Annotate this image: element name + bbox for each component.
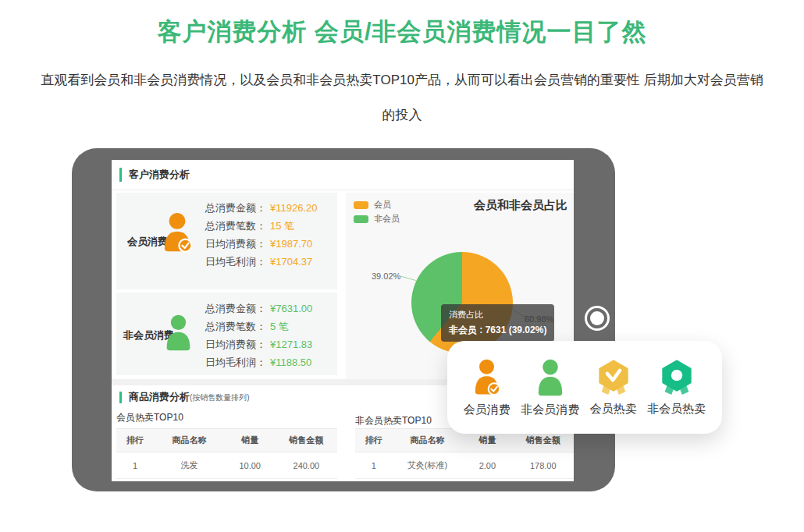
tooltip-value: 非会员 : 7631 (39.02%) [449, 324, 546, 337]
table-row: 1 洗发 10.00 240.00 [116, 452, 337, 479]
cell-product: 艾灸(标准) [393, 459, 463, 471]
page-title: 客户消费分析 会员/非会员消费情况一目了然 [0, 16, 804, 48]
stat-value: ¥1987.70 [270, 238, 312, 250]
stat-label: 日均消费额： [205, 339, 266, 350]
feature-item-member-hot[interactable]: 会员热卖 [590, 359, 637, 417]
nonmember-top10-title: 非会员热卖TOP10 [355, 414, 432, 427]
feature-label: 非会员热卖 [647, 402, 706, 417]
member-top10-title: 会员热卖TOP10 [116, 411, 183, 424]
stat-value: ¥11926.20 [270, 202, 318, 214]
feature-item-nonmember-consumption[interactable]: 非会员消费 [521, 358, 579, 417]
stat-value: ¥1188.50 [270, 356, 311, 368]
tablet-mockup: 客户消费分析 会员消费 总消费金额：¥11926.20 总消费笔数：15 笔 日… [72, 148, 615, 491]
stat-label: 总消费笔数： [205, 220, 266, 232]
home-button[interactable] [585, 306, 610, 331]
nonmember-consumption-panel: 非会员消费 总消费金额：¥7631.00 总消费笔数：5 笔 日均消费额：¥12… [116, 293, 337, 375]
stat-label: 总消费金额： [205, 202, 266, 214]
stat-label: 总消费金额： [205, 303, 266, 314]
stat-row: 总消费笔数：5 笔 [205, 317, 312, 335]
stat-row: 总消费笔数：15 笔 [205, 217, 318, 235]
dashboard-header: 客户消费分析 [112, 160, 574, 190]
cell-qty: 2.00 [462, 461, 512, 470]
nonmember-person-icon [165, 314, 192, 352]
product-section-title: 商品消费分析(按销售数量排列) [129, 385, 250, 410]
col-header: 销售金额 [276, 434, 337, 446]
col-header: 商品名称 [393, 434, 463, 446]
stat-row: 日均毛利润：¥1188.50 [205, 353, 312, 371]
accent-bar [119, 392, 122, 403]
stat-value: ¥7631.00 [270, 303, 312, 314]
dashboard-title: 客户消费分析 [129, 160, 190, 190]
chart-tooltip: 消费占比 非会员 : 7631 (39.02%) [441, 304, 554, 342]
cell-amount: 178.00 [513, 461, 574, 470]
nonmember-top10-table: 排行 商品名称 销量 销售金额 1 艾灸(标准) 2.00 178.00 [355, 428, 574, 479]
product-section-note: (按销售数量排列) [190, 393, 250, 402]
cell-rank: 1 [116, 461, 154, 470]
accent-bar [119, 168, 122, 182]
stat-value: ¥1704.37 [270, 256, 312, 268]
stat-value: ¥1271.83 [270, 339, 312, 350]
col-header: 排行 [116, 434, 154, 446]
pie-percent-label-nonmember: 39.02% [372, 271, 400, 281]
col-header: 销售金额 [513, 434, 574, 446]
stat-label: 总消费笔数： [205, 321, 266, 332]
member-consumption-panel: 会员消费 总消费金额：¥11926.20 总消费笔数：15 笔 日均消费额：¥1… [116, 193, 337, 289]
feature-card: 会员消费 非会员消费 会员热卖 非会员热卖 [447, 341, 722, 434]
feature-label: 会员消费 [464, 403, 511, 417]
stat-label: 日均毛利润： [205, 356, 266, 368]
cell-rank: 1 [355, 461, 393, 470]
table-row: 1 艾灸(标准) 2.00 178.00 [355, 452, 574, 479]
tooltip-series-name: 消费占比 [449, 309, 546, 321]
cell-amount: 240.00 [276, 461, 337, 470]
member-person-icon [162, 211, 192, 254]
stat-row: 日均毛利润：¥1704.37 [205, 253, 318, 271]
col-header: 商品名称 [154, 434, 225, 446]
member-stats: 总消费金额：¥11926.20 总消费笔数：15 笔 日均消费额：¥1987.7… [205, 199, 318, 271]
nonmember-hot-icon [659, 359, 695, 396]
cell-qty: 10.00 [225, 461, 276, 470]
feature-item-member-consumption[interactable]: 会员消费 [464, 358, 511, 417]
feature-item-nonmember-hot[interactable]: 非会员热卖 [647, 359, 706, 417]
stat-label: 日均毛利润： [205, 256, 266, 268]
stat-row: 日均消费额：¥1271.83 [205, 335, 312, 353]
table-header-row: 排行 商品名称 销量 销售金额 [116, 428, 337, 452]
page-subtitle: 直观看到会员和非会员消费情况，以及会员和非会员热卖TOP10产品，从而可以看出会… [39, 62, 765, 133]
stat-row: 日均消费额：¥1987.70 [205, 235, 318, 253]
member-hot-icon [596, 359, 631, 396]
col-header: 排行 [355, 434, 393, 446]
stat-value: 5 笔 [270, 321, 289, 332]
member-consume-icon [472, 358, 501, 397]
stat-label: 日均消费额： [205, 238, 266, 250]
cell-product: 洗发 [154, 459, 225, 471]
stat-row: 总消费金额：¥11926.20 [205, 199, 318, 217]
col-header: 销量 [225, 434, 276, 446]
member-top10-table: 排行 商品名称 销量 销售金额 1 洗发 10.00 240.00 [116, 428, 337, 479]
nonmember-stats: 总消费金额：¥7631.00 总消费笔数：5 笔 日均消费额：¥1271.83 … [205, 300, 312, 371]
stat-value: 15 笔 [270, 220, 294, 232]
feature-label: 非会员消费 [521, 403, 579, 417]
nonmember-consume-icon [536, 358, 564, 397]
stat-row: 总消费金额：¥7631.00 [205, 300, 312, 317]
col-header: 销量 [462, 434, 512, 446]
home-button-inner [590, 311, 604, 325]
feature-label: 会员热卖 [590, 402, 637, 417]
